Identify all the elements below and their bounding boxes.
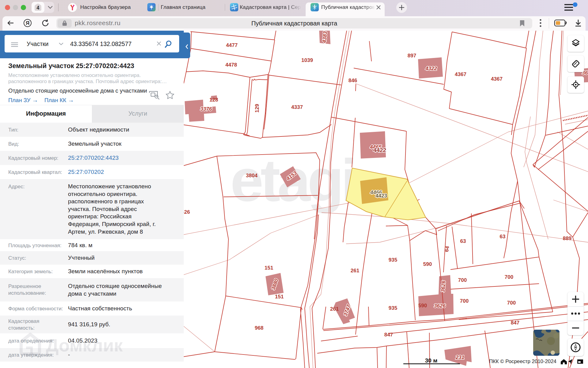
svg-text:261: 261: [351, 268, 359, 274]
svg-text:4423: 4423: [375, 193, 387, 199]
svg-text:4367: 4367: [455, 71, 466, 77]
svg-text:4367: 4367: [491, 76, 503, 82]
svg-text:Я: Я: [26, 20, 29, 26]
svg-text:129: 129: [254, 104, 260, 113]
svg-text:Участки: Участки: [27, 40, 49, 47]
svg-text:700: 700: [505, 274, 513, 280]
svg-text:968: 968: [255, 325, 263, 331]
svg-text:935: 935: [389, 257, 397, 263]
svg-text:231: 231: [455, 355, 464, 360]
svg-text:43.335674 132.082577: 43.335674 132.082577: [70, 40, 132, 47]
svg-text:261: 261: [330, 306, 339, 312]
svg-text:4478: 4478: [225, 62, 237, 68]
svg-text:30 м: 30 м: [425, 357, 437, 364]
svg-text:128: 128: [209, 97, 218, 103]
svg-text:4322: 4322: [425, 66, 437, 71]
svg-text:3626: 3626: [440, 280, 447, 293]
svg-text:700: 700: [507, 300, 516, 306]
svg-text:64: 64: [443, 246, 450, 252]
svg-text:4: 4: [37, 5, 40, 10]
svg-text:ПКК © Росреестр 2010-2024: ПКК © Росреестр 2010-2024: [489, 358, 556, 364]
svg-text:1039: 1039: [301, 57, 313, 63]
svg-text:700: 700: [458, 277, 467, 283]
svg-text:846: 846: [349, 78, 357, 83]
svg-text:590: 590: [423, 261, 432, 267]
svg-text:847: 847: [511, 320, 519, 326]
svg-text:626: 626: [184, 209, 190, 215]
svg-text:847: 847: [384, 332, 393, 338]
svg-text:935: 935: [389, 305, 397, 311]
svg-text:3376: 3376: [200, 106, 212, 112]
svg-text:897: 897: [408, 53, 416, 59]
svg-text:4422: 4422: [373, 147, 386, 153]
svg-text:3804: 3804: [246, 173, 258, 178]
svg-text:63: 63: [460, 238, 466, 244]
svg-text:4477: 4477: [226, 42, 238, 48]
svg-text:151: 151: [275, 294, 284, 300]
svg-text:63: 63: [500, 234, 506, 240]
svg-text:889: 889: [563, 236, 571, 241]
svg-text:3626: 3626: [434, 303, 446, 309]
svg-text:700: 700: [460, 298, 469, 304]
svg-text:Домклик: Домклик: [46, 335, 123, 355]
svg-text:4337: 4337: [291, 104, 303, 110]
svg-text:590: 590: [418, 303, 427, 309]
svg-text:151: 151: [265, 265, 273, 271]
svg-text:4383: 4383: [321, 31, 328, 44]
